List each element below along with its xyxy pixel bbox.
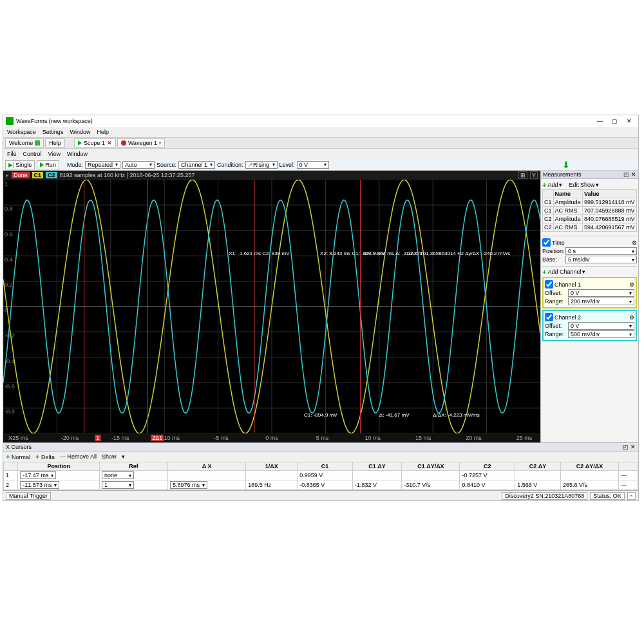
play-icon [78,140,82,146]
condition-select[interactable]: ↗Rising [245,161,278,169]
record-icon [121,140,126,146]
condition-label: Condition: [217,162,243,168]
scope-toolbar: ▶|Single Run Mode: Repeated Auto Source:… [3,159,638,171]
ch1-enable-checkbox[interactable] [545,280,553,289]
mode-label: Mode: [67,162,83,168]
window-title: WaveForms (new workspace) [16,118,93,124]
source-select[interactable]: Channel 1 [178,161,215,169]
xcursors-table: PositionRefΔ X1/ΔXC1C1 ΔYC1 ΔY/ΔXC2C2 ΔY… [3,462,638,490]
manual-trigger-button[interactable]: Manual Trigger [6,492,51,500]
titlebar: WaveForms (new workspace) — ▢ ✕ [3,115,638,127]
maximize-button[interactable]: ▢ [612,118,618,124]
menu-window[interactable]: Window [70,129,90,135]
run-button[interactable]: Run [37,160,59,169]
undock-icon[interactable]: ◰ [623,444,629,450]
status-ok: Status: OK [590,492,625,500]
x-axis: X -25 ms-20 ms-15 ms-10 ms-5 ms0 ms5 ms1… [3,433,540,442]
close-icon[interactable]: ✕ [630,444,636,450]
level-label: Level: [279,162,295,168]
menu-window[interactable]: Window [67,151,88,157]
plus-icon: + [542,268,546,276]
close-icon[interactable]: ✕ [107,140,112,146]
undock-icon[interactable]: ◰ [623,171,629,178]
svg-text:1: 1 [5,180,8,187]
xcursors-toolbar: + Normal + Delta — Remove All Show▾ [3,451,638,462]
show-meas-button[interactable]: Show [580,182,595,188]
tab-help[interactable]: Help [45,138,65,147]
channel1-box: Channel 1⚙ Offset:0 V Range:200 mV/div [542,277,637,308]
edit-meas-button[interactable]: Edit [569,182,579,188]
ch2-range-select[interactable]: 500 mV/div [568,330,634,338]
download-icon[interactable]: ⬇ [562,160,570,170]
plot-tool-icon[interactable]: Y [530,171,538,179]
play-icon [40,162,44,167]
app-icon [6,117,14,125]
close-icon[interactable]: ✕ [631,171,636,178]
svg-text:0.4: 0.4 [5,256,13,263]
add-meas-button[interactable]: Add [547,182,558,188]
statusbar: Manual Trigger Discovery2 SN:210321A8076… [3,490,638,500]
menu-workspace[interactable]: Workspace [7,129,36,135]
status-icon: ▫ [627,492,636,500]
sample-info: 8192 samples at 160 kHz | 2018-06-25 12:… [60,172,195,178]
time-position-select[interactable]: 0 s [565,247,637,255]
show-cursors-button[interactable]: Show [102,453,117,460]
minimize-button[interactable]: — [597,118,603,124]
cursor-bot2: Δ: -41.67 mV [379,412,410,418]
svg-text:0.2: 0.2 [5,281,13,288]
menu-help[interactable]: Help [97,129,109,135]
gear-icon[interactable]: ⚙ [629,281,634,288]
device-status: Discovery2 SN:210321A80768 [502,492,587,500]
measurements-title: Measurements◰ ✕ [541,171,638,179]
svg-text:0.8: 0.8 [5,205,13,212]
gear-icon[interactable]: ⚙ [632,240,637,246]
plus-icon [35,140,40,146]
cursor-bot3: Δ/ΔX: -4.223 mV/ms [433,412,479,418]
auto-select[interactable]: Auto [122,161,155,169]
svg-text:-0.6: -0.6 [5,383,15,390]
ch2-enable-checkbox[interactable] [545,313,553,321]
cursor-idx-label: 1/ΔX: 101.369863014 Hz Δy/ΔX: -240.2 mV/… [406,251,510,256]
plot-tool-icon[interactable]: ⊞ [518,171,527,179]
svg-text:0.6: 0.6 [5,230,13,237]
channel2-box: Channel 2⚙ Offset:0 V Range:500 mV/div [542,310,637,341]
ch1-offset-select[interactable]: 0 V [568,289,634,297]
status-done: Done [12,172,30,178]
menu-settings[interactable]: Settings [43,129,64,135]
tab-wavegen[interactable]: Wavegen 1▫ [117,138,165,147]
plot-header: ▸ Done C1 C2 8192 samples at 160 kHz | 2… [3,171,540,180]
close-button[interactable]: ✕ [627,118,632,124]
measurements-table: NameValue C1Amplitude999.512914118 mVC1A… [542,189,637,232]
delta-cursor-button[interactable]: Delta [41,454,55,460]
scope-menu: File Control View Window [3,149,638,159]
tab-welcome[interactable]: Welcome [5,138,44,147]
channel2-badge[interactable]: C2 [46,172,57,178]
plus-icon: + [542,181,546,189]
channel1-badge[interactable]: C1 [32,172,44,178]
svg-text:-0.8: -0.8 [5,408,15,415]
mode-select[interactable]: Repeated [85,161,120,169]
ch2-offset-select[interactable]: 0 V [568,322,634,330]
oscilloscope-plot[interactable]: 10.80.60.40.20-0.2-0.4-0.6-0.8-1 X1: -1.… [3,180,540,433]
source-label: Source: [156,162,176,168]
menu-control[interactable]: Control [23,151,42,157]
normal-cursor-button[interactable]: Normal [12,454,30,460]
ch1-range-select[interactable]: 200 mV/div [568,298,634,305]
menu-view[interactable]: View [48,151,61,157]
cursor-x1-label: X1: -1.621 ms C2: 839 mV [229,251,289,256]
level-select[interactable]: 0 V [297,161,329,169]
time-checkbox[interactable] [542,238,551,247]
close-icon[interactable]: ▫ [159,140,161,146]
time-base-select[interactable]: 5 ms/div [565,256,637,263]
xcursors-title: X Cursors◰ ✕ [3,442,638,451]
cursor-bot1: C1: -894.9 mV [304,412,337,418]
document-tabs: Welcome Help Scope 1✕ Wavegen 1▫ [3,137,638,149]
svg-text:-0.2: -0.2 [5,332,15,339]
remove-all-button[interactable]: Remove All [67,453,97,460]
menu-file[interactable]: File [7,151,17,157]
tab-scope[interactable]: Scope 1✕ [74,138,116,147]
gear-icon[interactable]: ⚙ [629,314,634,321]
add-channel-button[interactable]: Add Channel [547,269,581,275]
main-menu: Workspace Settings Window Help [3,127,638,137]
single-button[interactable]: ▶|Single [5,160,35,169]
